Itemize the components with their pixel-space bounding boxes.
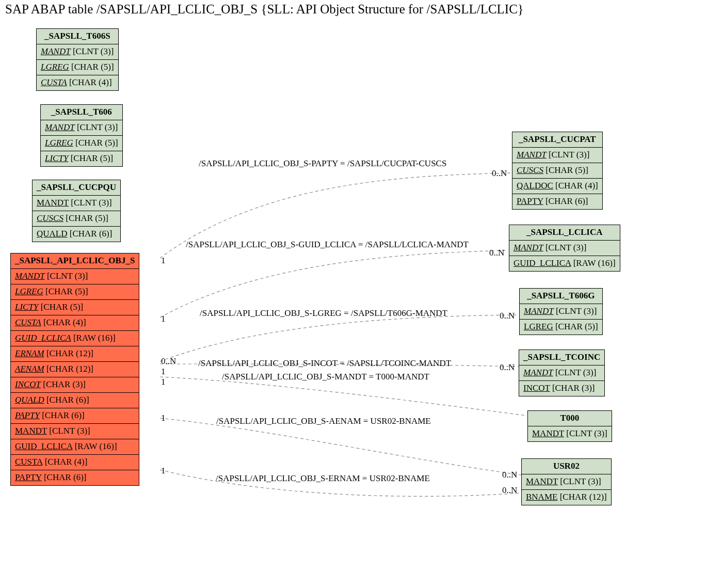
entity-field: MANDT [CLNT (3)] bbox=[512, 148, 602, 163]
entity-field: INCOT [CHAR (3)] bbox=[519, 381, 604, 396]
entity-field: MANDT [CLNT (3)] bbox=[41, 120, 122, 136]
entity-header: _SAPSLL_API_LCLIC_OBJ_S bbox=[11, 253, 139, 269]
entity-field: AENAM [CHAR (12)] bbox=[11, 362, 139, 377]
entity-field: CUSTA [CHAR (4)] bbox=[11, 315, 139, 331]
entity-field: GUID_LCLICA [RAW (16)] bbox=[11, 439, 139, 455]
entity-field: CUSTA [CHAR (4)] bbox=[37, 75, 118, 90]
relation-label: /SAPSLL/API_LCLIC_OBJ_S-INCOT = /SAPSLL/… bbox=[198, 358, 451, 369]
cardinality: 1 bbox=[161, 367, 166, 377]
entity-cucpat: _SAPSLL_CUCPAT MANDT [CLNT (3)] CUSCS [C… bbox=[512, 132, 603, 210]
entity-header: _SAPSLL_CUCPAT bbox=[512, 132, 602, 148]
relation-label: /SAPSLL/API_LCLIC_OBJ_S-PAPTY = /SAPSLL/… bbox=[199, 158, 446, 169]
entity-field: MANDT [CLNT (3)] bbox=[11, 424, 139, 439]
entity-field: LICTY [CHAR (5)] bbox=[41, 151, 122, 166]
cardinality: 1 bbox=[161, 377, 166, 387]
entity-field: GUID_LCLICA [RAW (16)] bbox=[509, 256, 620, 271]
entity-api-lclic-obj-s: _SAPSLL_API_LCLIC_OBJ_S MANDT [CLNT (3)]… bbox=[10, 253, 139, 486]
entity-lclica: _SAPSLL_LCLICA MANDT [CLNT (3)] GUID_LCL… bbox=[509, 225, 620, 272]
entity-field: MANDT [CLNT (3)] bbox=[11, 269, 139, 284]
entity-field: QUALD [CHAR (6)] bbox=[11, 393, 139, 408]
entity-field: MANDT [CLNT (3)] bbox=[37, 44, 118, 60]
entity-field: LGREG [CHAR (5)] bbox=[41, 136, 122, 151]
cardinality: 0..N bbox=[502, 485, 517, 496]
entity-field: QALDOC [CHAR (4)] bbox=[512, 179, 602, 194]
entity-field: QUALD [CHAR (6)] bbox=[33, 227, 120, 242]
relation-label: /SAPSLL/API_LCLIC_OBJ_S-ERNAM = USR02-BN… bbox=[216, 473, 430, 484]
entity-header: _SAPSLL_T606S bbox=[37, 29, 118, 44]
entity-field: MANDT [CLNT (3)] bbox=[528, 426, 612, 441]
entity-field: LGREG [CHAR (5)] bbox=[37, 60, 118, 75]
entity-cucpqu: _SAPSLL_CUCPQU MANDT [CLNT (3)] CUSCS [C… bbox=[32, 180, 121, 242]
entity-field: ERNAM [CHAR (12)] bbox=[11, 346, 139, 362]
entity-header: _SAPSLL_TCOINC bbox=[519, 350, 604, 365]
entity-header: _SAPSLL_LCLICA bbox=[509, 225, 620, 241]
entity-field: MANDT [CLNT (3)] bbox=[522, 474, 611, 490]
entity-field: MANDT [CLNT (3)] bbox=[509, 241, 620, 256]
cardinality: 1 bbox=[161, 256, 166, 266]
relation-label: /SAPSLL/API_LCLIC_OBJ_S-GUID_LCLICA = /S… bbox=[186, 240, 469, 250]
entity-header: USR02 bbox=[522, 459, 611, 474]
entity-t000: T000 MANDT [CLNT (3)] bbox=[527, 410, 612, 442]
entity-t606s: _SAPSLL_T606S MANDT [CLNT (3)] LGREG [CH… bbox=[36, 28, 119, 91]
cardinality: 1 bbox=[161, 314, 166, 324]
cardinality: 1 bbox=[161, 413, 166, 423]
entity-field: LGREG [CHAR (5)] bbox=[11, 284, 139, 300]
relation-label: /SAPSLL/API_LCLIC_OBJ_S-LGREG = /SAPSLL/… bbox=[200, 308, 447, 319]
entity-header: T000 bbox=[528, 411, 612, 426]
cardinality: 0..N bbox=[489, 248, 504, 258]
cardinality: 1 bbox=[161, 466, 166, 476]
page-title: SAP ABAP table /SAPSLL/API_LCLIC_OBJ_S {… bbox=[5, 2, 717, 17]
entity-field: BNAME [CHAR (12)] bbox=[522, 490, 611, 505]
cardinality: 0..N bbox=[500, 311, 515, 321]
entity-t606g: _SAPSLL_T606G MANDT [CLNT (3)] LGREG [CH… bbox=[519, 288, 603, 335]
entity-header: _SAPSLL_T606G bbox=[520, 289, 602, 304]
entity-tcoinc: _SAPSLL_TCOINC MANDT [CLNT (3)] INCOT [C… bbox=[519, 349, 605, 396]
entity-usr02: USR02 MANDT [CLNT (3)] BNAME [CHAR (12)] bbox=[521, 458, 612, 505]
entity-field: LGREG [CHAR (5)] bbox=[520, 320, 602, 335]
entity-field: INCOT [CHAR (3)] bbox=[11, 377, 139, 393]
entity-field: PAPTY [CHAR (6)] bbox=[512, 194, 602, 209]
entity-field: MANDT [CLNT (3)] bbox=[520, 304, 602, 320]
er-diagram: _SAPSLL_T606S MANDT [CLNT (3)] LGREG [CH… bbox=[5, 21, 717, 583]
entity-header: _SAPSLL_CUCPQU bbox=[33, 180, 120, 196]
cardinality: 0..N bbox=[161, 356, 176, 367]
cardinality: 0..N bbox=[502, 470, 517, 480]
entity-field: PAPTY [CHAR (6)] bbox=[11, 470, 139, 485]
cardinality: 0..N bbox=[500, 362, 515, 373]
relation-label: /SAPSLL/API_LCLIC_OBJ_S-MANDT = T000-MAN… bbox=[222, 372, 429, 382]
entity-field: LICTY [CHAR (5)] bbox=[11, 300, 139, 315]
cardinality: 0..N bbox=[492, 168, 507, 179]
entity-field: CUSCS [CHAR (5)] bbox=[33, 211, 120, 227]
entity-field: GUID_LCLICA [RAW (16)] bbox=[11, 331, 139, 346]
entity-header: _SAPSLL_T606 bbox=[41, 105, 122, 120]
entity-t606: _SAPSLL_T606 MANDT [CLNT (3)] LGREG [CHA… bbox=[40, 104, 123, 167]
entity-field: MANDT [CLNT (3)] bbox=[33, 196, 120, 211]
entity-field: CUSCS [CHAR (5)] bbox=[512, 163, 602, 179]
entity-field: MANDT [CLNT (3)] bbox=[519, 365, 604, 381]
entity-field: CUSTA [CHAR (4)] bbox=[11, 455, 139, 470]
entity-field: PAPTY [CHAR (6)] bbox=[11, 408, 139, 424]
relation-label: /SAPSLL/API_LCLIC_OBJ_S-AENAM = USR02-BN… bbox=[216, 416, 431, 426]
